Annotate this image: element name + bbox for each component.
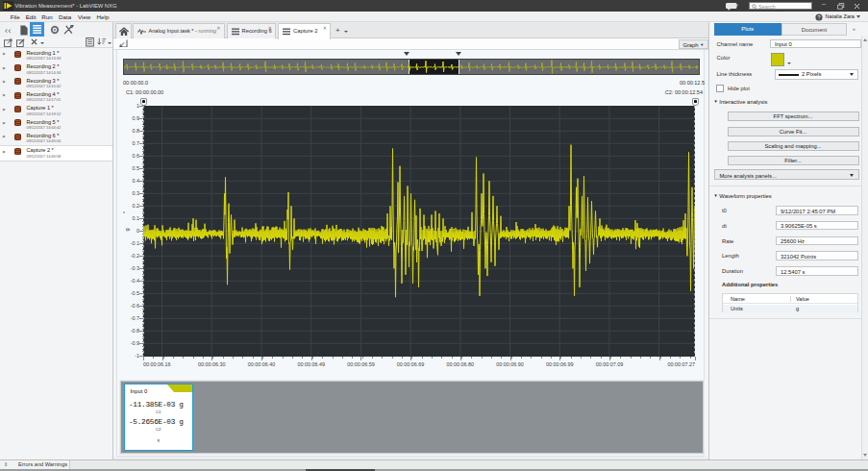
svg-text:?: ?: [817, 14, 820, 20]
